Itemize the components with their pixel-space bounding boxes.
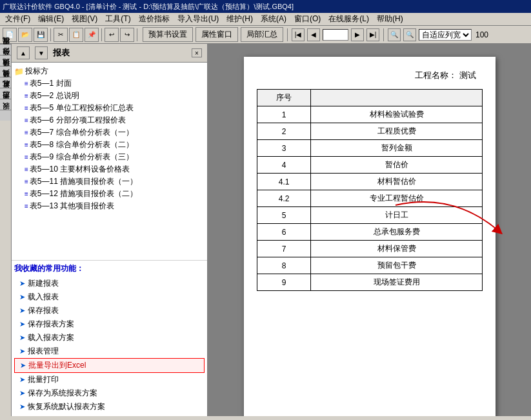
report-down-btn[interactable]: ▼ [35, 46, 48, 59]
left-tab-分部分项[interactable]: 分部分项 [0, 55, 11, 66]
undo-btn[interactable]: ↩ [105, 28, 119, 42]
fav-item-批量导出到Excel[interactable]: ➤批量导出到Excel [14, 358, 205, 373]
left-tab-其他项目[interactable]: 其他项目 [0, 77, 11, 88]
fav-item-恢复系统默认报表方案[interactable]: ➤恢复系统默认报表方案 [14, 400, 205, 414]
tree-item[interactable]: ≡表5—13 其他项目报价表 [14, 200, 205, 212]
zoom-select[interactable]: 自适应列宽 100 [419, 29, 472, 41]
tree-item-icon: ≡ [25, 203, 28, 210]
menu-item-造价指标[interactable]: 造价指标 [135, 12, 174, 26]
cell-name: 总承包服务费 [311, 224, 483, 241]
tree-item[interactable]: ≡表5—11 措施项目报价表（一） [14, 175, 205, 188]
table-row: 3暂列金额 [257, 140, 483, 157]
menu-item-窗口[interactable]: 窗口(O) [290, 12, 325, 26]
left-tab-人材机汇总[interactable]: 人材机汇总 [0, 88, 11, 99]
sep3 [137, 28, 137, 41]
report-panel: ▲ ▼ 报表 × 📁 投标方 ≡表5—1 封面≡表5—2 总说明≡表5—5 单位… [12, 44, 208, 416]
tree-folder-root[interactable]: 📁 投标方 [14, 65, 205, 77]
toolbar1: 📄 📂 💾 ✂ 📋 📌 ↩ ↪ 预算书设置 属性窗口 局部汇总 |◀ ◀ 1 ▶… [0, 26, 531, 44]
property-window-btn[interactable]: 属性窗口 [195, 27, 238, 42]
report-up-btn[interactable]: ▲ [17, 46, 30, 59]
menu-item-工具[interactable]: 工具(T) [101, 12, 134, 26]
title-text: 广联达计价软件 GBQ4.0 - [清单计价 - 测试 - D:\预结算及抽筋\… [3, 2, 294, 12]
left-tab-费用汇总[interactable]: 费用汇总 [0, 99, 11, 110]
left-tabs: 工程概况分部分项措施项目其他项目人材机汇总费用汇总报表 [0, 44, 12, 416]
zoom-in-btn[interactable]: 🔍 [403, 28, 416, 41]
tree-item-label: 表5—5 单位工程投标价汇总表 [30, 103, 134, 114]
sep1 [50, 28, 51, 41]
tree-items-container: ≡表5—1 封面≡表5—2 总说明≡表5—5 单位工程投标价汇总表≡表5—6 分… [14, 77, 205, 212]
col-header-seq: 序号 [257, 90, 311, 106]
menu-item-文件[interactable]: 文件(F) [1, 12, 34, 26]
tree-root-label: 投标方 [25, 66, 48, 77]
tree-item-icon: ≡ [25, 166, 28, 173]
tree-item[interactable]: ≡表5—5 单位工程投标价汇总表 [14, 102, 205, 114]
table-row: 2工程质优费 [257, 123, 483, 140]
menu-item-系统[interactable]: 系统(A) [257, 12, 290, 26]
fav-item-载入报表[interactable]: ➤载入报表 [14, 290, 205, 304]
left-tab-工程概况[interactable]: 工程概况 [0, 44, 11, 55]
tree-item-label: 表5—6 分部分项工程报价表 [30, 115, 126, 126]
copy-btn[interactable]: 📋 [69, 28, 83, 42]
menu-item-在线服务[interactable]: 在线服务(L) [325, 12, 373, 26]
project-label: 工程名称： [415, 70, 457, 80]
menu-item-导入导出[interactable]: 导入导出(U) [174, 12, 223, 26]
menu-item-帮助[interactable]: 帮助(H) [373, 12, 407, 26]
tree-item[interactable]: ≡表5—1 封面 [14, 77, 205, 90]
fav-item-载入报表方案[interactable]: ➤载入报表方案 [14, 331, 205, 345]
tree-area[interactable]: 📁 投标方 ≡表5—1 封面≡表5—2 总说明≡表5—5 单位工程投标价汇总表≡… [12, 63, 207, 260]
menu-item-视图[interactable]: 视图(V) [68, 12, 101, 26]
fav-item-新建报表[interactable]: ➤新建报表 [14, 277, 205, 290]
preview-area[interactable]: 工程名称： 测试 序号 1材料检验试验费2工程质优费3暂列金额4暂估价4.1材料… [208, 44, 531, 416]
prev-page-btn[interactable]: ◀ [307, 28, 320, 41]
tree-item[interactable]: ≡表5—7 综合单价分析表（一） [14, 126, 205, 139]
report-title: 报表 [53, 47, 70, 59]
left-tab-措施项目[interactable]: 措施项目 [0, 66, 11, 77]
left-tab-报表[interactable]: 报表 [0, 110, 11, 121]
cell-name: 工程质优费 [311, 123, 483, 140]
new-btn[interactable]: 📄 [3, 28, 17, 42]
fav-item-label: 载入报表 [28, 292, 59, 303]
tree-item[interactable]: ≡表5—6 分部分项工程报价表 [14, 114, 205, 126]
redo-btn[interactable]: ↪ [120, 28, 134, 42]
report-close-btn[interactable]: × [192, 48, 202, 57]
open-btn[interactable]: 📂 [18, 28, 32, 42]
save-btn[interactable]: 💾 [34, 28, 48, 42]
menu-item-编辑[interactable]: 编辑(E) [34, 12, 68, 26]
fav-item-报表管理[interactable]: ➤报表管理 [14, 345, 205, 358]
zoom-out-btn[interactable]: 🔍 [388, 28, 401, 41]
fav-item-label: 保存报表方案 [28, 319, 74, 330]
cell-seq: 4.1 [257, 174, 311, 190]
preview-table: 序号 1材料检验试验费2工程质优费3暂列金额4暂估价4.1材料暂估价4.2专业工… [257, 89, 483, 291]
tree-item-label: 表5—1 封面 [30, 78, 72, 89]
fav-item-保存报表方案[interactable]: ➤保存报表方案 [14, 317, 205, 331]
tree-item[interactable]: ≡表5—10 主要材料设备价格表 [14, 163, 205, 175]
fav-item-label: 保存报表 [28, 305, 59, 316]
fav-item-保存报表[interactable]: ➤保存报表 [14, 304, 205, 317]
report-header: ▲ ▼ 报表 × [12, 44, 207, 63]
tree-item-icon: ≡ [25, 129, 28, 136]
budget-setup-btn[interactable]: 预算书设置 [143, 27, 193, 42]
next-page-btn[interactable]: ▶ [351, 28, 364, 41]
first-page-btn[interactable]: |◀ [292, 28, 305, 41]
tree-item[interactable]: ≡表5—2 总说明 [14, 90, 205, 102]
main-container: 工程概况分部分项措施项目其他项目人材机汇总费用汇总报表 ▲ ▼ 报表 × 📁 投… [0, 44, 531, 416]
tree-item-icon: ≡ [25, 117, 28, 124]
local-summary-btn[interactable]: 局部汇总 [241, 27, 283, 42]
menu-item-维护[interactable]: 维护(H) [223, 12, 257, 26]
fav-arrow-icon: ➤ [19, 320, 25, 328]
tree-item[interactable]: ≡表5—12 措施项目报价表（二） [14, 188, 205, 200]
cell-name: 材料暂估价 [311, 174, 483, 190]
fav-item-批量打印[interactable]: ➤批量打印 [14, 373, 205, 386]
fav-arrow-icon: ➤ [19, 403, 25, 411]
fav-item-label: 新建报表 [28, 278, 59, 289]
cell-seq: 8 [257, 257, 311, 274]
page-input[interactable]: 1 [323, 29, 348, 41]
fav-item-保存为系统报表方案[interactable]: ➤保存为系统报表方案 [14, 386, 205, 400]
last-page-btn[interactable]: ▶| [366, 28, 379, 41]
tree-item-icon: ≡ [25, 190, 28, 197]
cut-btn[interactable]: ✂ [54, 28, 68, 42]
tree-item[interactable]: ≡表5—9 综合单价分析表（三） [14, 151, 205, 163]
paste-btn[interactable]: 📌 [85, 28, 99, 42]
cell-seq: 7 [257, 241, 311, 257]
tree-item[interactable]: ≡表5—8 综合单价分析表（二） [14, 139, 205, 151]
